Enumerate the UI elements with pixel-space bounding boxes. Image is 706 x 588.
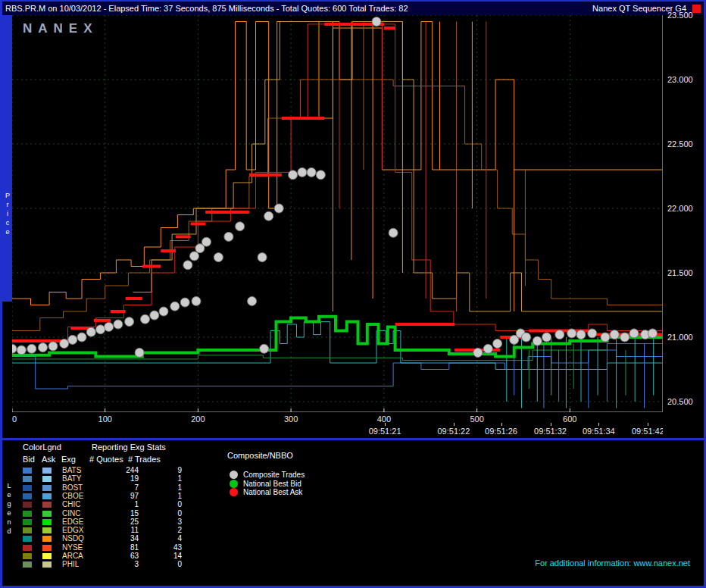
- composite-trade-marker: [180, 298, 189, 307]
- time-axis-label: 09:51:22: [437, 427, 470, 436]
- bid-color-swatch: [23, 511, 32, 517]
- time-axis-label: 09:51:26: [485, 427, 517, 436]
- price-axis-title: Price: [3, 192, 11, 237]
- x-axis-label: 0: [12, 414, 17, 424]
- quote-count: 97: [92, 493, 139, 500]
- trade-count: 2: [141, 527, 182, 534]
- nbbo-legend-item: National Best Bid: [230, 480, 301, 489]
- quote-chart[interactable]: [12, 15, 663, 412]
- ask-color-swatch: [42, 536, 52, 542]
- ask-color-swatch: [42, 502, 52, 508]
- composite-trade-marker: [224, 232, 233, 241]
- trade-count: 0: [141, 561, 182, 568]
- composite-trade-marker: [567, 329, 576, 338]
- nanex-link[interactable]: For additional information: www.nanex.ne…: [535, 558, 690, 568]
- price-axis: 23.50023.00022.50022.00021.50021.00020.5…: [663, 15, 704, 438]
- ask-color-swatch: [42, 493, 52, 499]
- exchange-row-bost: BOST71: [23, 484, 186, 493]
- y-axis-label: 23.000: [667, 75, 693, 84]
- nanex-logo: NANEX: [23, 21, 98, 36]
- trade-count: 3: [141, 518, 182, 526]
- quote-count: 34: [92, 535, 139, 543]
- quote-count: 3: [92, 561, 139, 568]
- legend-side-label: Legend: [5, 482, 13, 536]
- composite-trade-marker: [17, 346, 26, 355]
- composite-trade-marker: [202, 237, 211, 246]
- composite-trade-marker: [114, 320, 123, 329]
- y-axis-label: 21.000: [667, 333, 693, 342]
- exchange-code: BATY: [62, 475, 81, 483]
- time-axis-label: 09:51:34: [583, 427, 615, 436]
- composite-trade-marker: [96, 325, 105, 334]
- composite-trade-marker: [236, 222, 245, 231]
- composite-trade-marker: [274, 204, 283, 213]
- exchange-row-bats: BATS2449: [23, 467, 186, 475]
- quote-line-ask-orange: [12, 22, 663, 305]
- quote-count: 15: [92, 510, 139, 518]
- y-axis-label: 22.500: [667, 139, 693, 149]
- quote-count: 1: [92, 501, 139, 508]
- exchange-row-baty: BATY191: [23, 475, 186, 483]
- composite-trade-marker: [12, 344, 17, 353]
- bid-column-header: Bid: [23, 455, 35, 464]
- x-axis-label: 300: [284, 414, 298, 424]
- bid-color-swatch: [23, 545, 32, 551]
- red-status-square-icon: [692, 5, 701, 13]
- composite-trade-marker: [183, 261, 192, 270]
- composite-trade-marker: [298, 167, 307, 177]
- exchange-row-nyse: NYSE8143: [23, 544, 186, 552]
- bid-color-swatch: [23, 561, 32, 568]
- composite-trade-marker: [248, 296, 257, 305]
- time-tick: [385, 423, 386, 426]
- exchange-code: NSDQ: [62, 535, 84, 543]
- composite-trade-marker: [620, 333, 629, 342]
- trade-count: 0: [141, 501, 182, 508]
- titlebar: RBS.PR.M on 10/03/2012 - Elapsed Time: 3…: [2, 2, 704, 15]
- quote-count: 25: [92, 518, 139, 526]
- ask-color-swatch: [42, 511, 52, 517]
- bid-color-swatch: [23, 485, 32, 491]
- plot-area: NANEX 010020030040050060009:51:2109:51:2…: [12, 15, 663, 438]
- composite-trade-marker: [289, 170, 298, 180]
- composite-trade-marker: [493, 339, 502, 349]
- composite-trade-marker: [105, 322, 114, 331]
- composite-trade-marker: [264, 211, 273, 220]
- composite-trade-marker: [258, 253, 267, 262]
- national-best-ask-dot-icon: [230, 488, 238, 496]
- exchange-code: EDGX: [62, 527, 83, 534]
- trade-count: 4: [141, 535, 182, 543]
- x-axis-label: 600: [563, 414, 576, 424]
- exchange-row-edgx: EDGX112: [23, 527, 186, 535]
- exchange-row-arca: ARCA6314: [23, 552, 186, 561]
- trades-column-header: # Trades: [128, 455, 161, 464]
- exchange-row-cboe: CBOE971: [23, 493, 186, 501]
- quote-line-ask-tan: [133, 22, 664, 312]
- quote-count: 63: [92, 552, 139, 560]
- ask-color-swatch: [42, 545, 52, 551]
- composite-trade-marker: [135, 348, 144, 357]
- ask-color-swatch: [42, 476, 52, 482]
- bid-color-swatch: [23, 527, 32, 533]
- exg-stats-header: Reporting Exg Stats: [92, 443, 166, 452]
- composite-trade-marker: [159, 307, 168, 316]
- exchange-code: PHIL: [62, 561, 79, 568]
- composite-trade-marker: [141, 314, 150, 324]
- quote-line-ask-brown: [12, 80, 663, 331]
- y-axis-label: 21.500: [667, 268, 693, 277]
- composite-trade-marker: [588, 329, 597, 338]
- x-axis-label: 400: [377, 414, 391, 424]
- ask-color-swatch: [42, 553, 52, 559]
- x-axis-label: 200: [191, 414, 205, 424]
- ask-color-swatch: [42, 468, 52, 474]
- time-tick: [454, 423, 455, 426]
- composite-trade-marker: [125, 317, 134, 327]
- nbbo-legend-item: Composite Trades: [230, 471, 305, 480]
- exchange-row-cinc: CINC150: [23, 510, 186, 518]
- exchange-row-chic: CHIC10: [23, 501, 186, 509]
- y-axis-label: 22.000: [667, 204, 693, 213]
- ask-color-swatch: [42, 519, 52, 525]
- ask-color-swatch: [42, 485, 52, 491]
- exchange-code: ARCA: [62, 552, 83, 560]
- legend-panel: Legend ColorLgnd Reporting Exg Stats Com…: [2, 440, 704, 586]
- x-axis-label: 500: [470, 414, 483, 424]
